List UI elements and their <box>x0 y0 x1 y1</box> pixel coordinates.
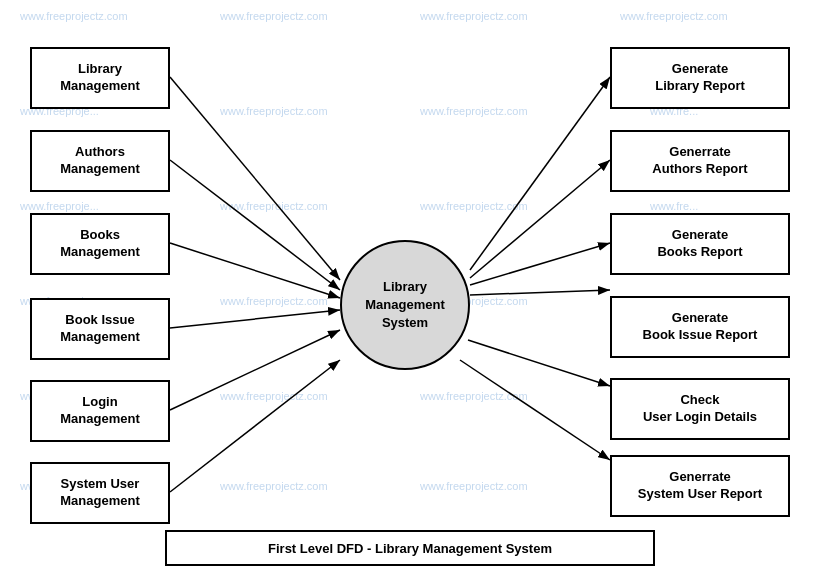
svg-line-2 <box>170 160 340 290</box>
node-library-management: Library Management <box>30 47 170 109</box>
diagram-caption: First Level DFD - Library Management Sys… <box>165 530 655 566</box>
watermark-1: www.freeprojectz.com <box>20 10 128 22</box>
watermark-7: www.freeprojectz.com <box>420 105 528 117</box>
watermark-19: www.freeprojectz.com <box>420 390 528 402</box>
watermark-10: www.freeprojectz.com <box>220 200 328 212</box>
watermark-14: www.freeprojectz.com <box>220 295 328 307</box>
node-login-management: Login Management <box>30 380 170 442</box>
node-gen-authors-report: Generrate Authors Report <box>610 130 790 192</box>
watermark-22: www.freeprojectz.com <box>220 480 328 492</box>
node-gen-sysuser-report: Generrate System User Report <box>610 455 790 517</box>
watermark-12: www.fre... <box>650 200 698 212</box>
node-sysuser-management: System User Management <box>30 462 170 524</box>
diagram-container: www.freeprojectz.com www.freeprojectz.co… <box>0 0 823 571</box>
svg-line-7 <box>470 77 610 270</box>
node-gen-bookissue-report: Generate Book Issue Report <box>610 296 790 358</box>
svg-line-11 <box>468 340 610 386</box>
node-bookissue-management: Book Issue Management <box>30 298 170 360</box>
watermark-3: www.freeprojectz.com <box>420 10 528 22</box>
node-authors-management: Authors Management <box>30 130 170 192</box>
svg-line-8 <box>470 160 610 278</box>
svg-line-1 <box>170 77 340 280</box>
watermark-11: www.freeprojectz.com <box>420 200 528 212</box>
svg-line-10 <box>470 290 610 295</box>
svg-line-12 <box>460 360 610 460</box>
svg-line-9 <box>470 243 610 285</box>
watermark-4: www.freeprojectz.com <box>620 10 728 22</box>
svg-line-4 <box>170 310 340 328</box>
watermark-2: www.freeprojectz.com <box>220 10 328 22</box>
svg-line-3 <box>170 243 340 298</box>
node-gen-lib-report: Generate Library Report <box>610 47 790 109</box>
center-node: Library Management System <box>340 240 470 370</box>
svg-line-6 <box>170 360 340 492</box>
node-check-login: Check User Login Details <box>610 378 790 440</box>
watermark-23: www.freeprojectz.com <box>420 480 528 492</box>
node-gen-books-report: Generate Books Report <box>610 213 790 275</box>
watermark-18: www.freeprojectz.com <box>220 390 328 402</box>
watermark-9: www.freeproje... <box>20 200 99 212</box>
watermark-6: www.freeprojectz.com <box>220 105 328 117</box>
svg-line-5 <box>170 330 340 410</box>
node-books-management: Books Management <box>30 213 170 275</box>
